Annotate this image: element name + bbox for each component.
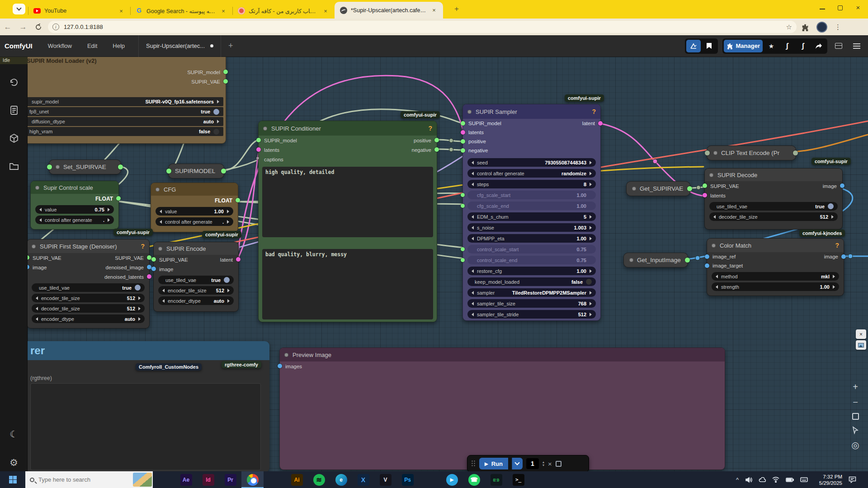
input-dot[interactable] [705, 150, 710, 155]
search-highlight-image[interactable] [133, 473, 152, 487]
widget-row[interactable]: EDM_s_churn 5 [467, 212, 596, 221]
decrement-arrow-icon[interactable] [716, 285, 718, 289]
comfyui-logo[interactable]: ComfyUI [5, 42, 33, 50]
tab-close-icon[interactable]: × [118, 8, 125, 14]
node-header[interactable]: SUPIR Encode [154, 242, 238, 255]
node-header[interactable]: Supir Control scale [31, 181, 118, 194]
decrement-arrow-icon[interactable] [472, 226, 474, 230]
help-icon[interactable]: ? [428, 125, 432, 132]
output-dot[interactable] [147, 255, 151, 260]
collapse-dot-icon[interactable] [32, 244, 36, 249]
decrement-arrow-icon[interactable] [472, 302, 474, 305]
widget-row[interactable]: cfg_scale_end 1.00 [467, 202, 596, 210]
decrement-arrow-icon[interactable] [36, 296, 38, 300]
input-dot[interactable] [278, 364, 282, 368]
taskbar-clock[interactable]: 7:32 PM 5/29/2025 [814, 474, 842, 486]
node-header[interactable]: Color Match ? [707, 239, 844, 252]
output-dot[interactable] [221, 169, 226, 174]
node-supir-conditioner[interactable]: SUPIR Conditioner ? SUPIR_model positive… [258, 121, 437, 322]
taskbar-app-icon[interactable]: Id [197, 471, 219, 488]
onedrive-icon[interactable] [759, 477, 766, 483]
node-graph-canvas[interactable]: SUPIR Model Loader (v2) SUPIR_model SUPI… [0, 0, 868, 488]
widget-row[interactable]: sampler TiledRestoreDPMPP2MSampler [467, 288, 596, 297]
panel-toggle-icon[interactable] [832, 40, 845, 52]
collapse-dot-icon[interactable] [284, 353, 288, 357]
taskbar-app-icon[interactable]: Ae [175, 471, 197, 488]
widget-row[interactable]: value 1.00 [156, 207, 233, 216]
reload-icon[interactable] [31, 23, 46, 31]
workflows-folder-icon[interactable] [0, 156, 28, 176]
decrement-arrow-icon[interactable] [162, 299, 165, 303]
favorites-icon[interactable]: ★ [764, 40, 778, 52]
increment-arrow-icon[interactable] [217, 120, 219, 123]
profile-avatar[interactable] [816, 22, 827, 33]
fetch-icon[interactable]: ʃ [796, 40, 810, 52]
tab-close-icon[interactable]: × [220, 8, 227, 14]
update-icon[interactable]: ʃ [780, 40, 794, 52]
menu-help[interactable]: Help [113, 42, 125, 49]
toggle-knob[interactable] [828, 203, 834, 209]
collapse-dot-icon[interactable] [712, 244, 716, 248]
output-dot[interactable] [687, 186, 692, 191]
zoom-in-icon[interactable]: + [850, 382, 861, 391]
keyboard-icon[interactable] [800, 477, 808, 482]
widget-row[interactable]: method mkl [712, 272, 839, 281]
widget-input-dot[interactable] [461, 247, 465, 251]
widget-row[interactable]: encoder_dtype auto [32, 314, 145, 323]
input-dot[interactable] [151, 267, 156, 271]
input-dot[interactable] [705, 254, 709, 259]
node-color-match[interactable]: Color Match ? image_ref image image_targ… [707, 238, 844, 296]
output-dot[interactable] [598, 121, 603, 126]
widget-row[interactable]: sampler_tile_stride 512 [467, 310, 596, 319]
bookmark-button[interactable] [702, 40, 717, 52]
widget-row[interactable]: fp8_unet true [24, 107, 223, 116]
output-dot[interactable] [236, 257, 241, 262]
taskbar-search[interactable] [25, 471, 153, 488]
increment-arrow-icon[interactable] [590, 215, 592, 219]
input-dot[interactable] [461, 121, 465, 126]
decrement-arrow-icon[interactable] [472, 215, 474, 219]
collapse-dot-icon[interactable] [709, 173, 713, 177]
widget-row[interactable]: seed 793055087448343 [467, 158, 596, 167]
toggle-knob[interactable] [135, 285, 141, 291]
node-header[interactable]: rer [0, 341, 269, 360]
output-dot[interactable] [236, 198, 240, 202]
collapse-dot-icon[interactable] [632, 187, 636, 191]
toggle-links-icon[interactable]: ◎ [850, 441, 861, 450]
increment-arrow-icon[interactable] [590, 269, 592, 273]
collapse-dot-icon[interactable] [35, 186, 39, 190]
negative-prompt-textarea[interactable]: bad quality, blurry, messy [262, 249, 433, 319]
node-supirmodel[interactable]: SUPIRMODEL [168, 164, 224, 178]
maximize-icon[interactable] [838, 5, 843, 10]
toggle-knob[interactable] [586, 279, 592, 285]
settings-gear-icon[interactable]: ⚙ [0, 453, 28, 473]
decrement-arrow-icon[interactable] [472, 269, 474, 273]
node-clip-text-encode[interactable]: CLIP Text Encode (Pr [707, 145, 796, 160]
node-header[interactable]: SUPIR First Stage (Denoiser) ? [27, 239, 149, 253]
run-button[interactable]: ▶ Run [479, 458, 508, 469]
collapse-dot-icon[interactable] [629, 258, 633, 262]
widget-row[interactable]: encoder_dtype auto [158, 296, 234, 305]
widget-row[interactable]: diffusion_dtype auto [24, 117, 223, 126]
widget-row[interactable]: decoder_tile_size 512 [709, 212, 838, 221]
widget-row[interactable]: strength 1.00 [712, 282, 839, 291]
node-header[interactable]: CFG [151, 183, 238, 196]
output-dot[interactable] [840, 183, 844, 188]
new-tab-button[interactable]: + [454, 5, 459, 14]
widget-row[interactable]: control after generate randomize [467, 169, 596, 178]
workflow-tab[interactable]: Supir-Upscaler(artec... [138, 35, 221, 57]
increment-arrow-icon[interactable] [227, 299, 230, 303]
decrement-arrow-icon[interactable] [713, 215, 716, 219]
increment-arrow-icon[interactable] [590, 291, 592, 295]
decrement-arrow-icon[interactable] [472, 313, 474, 316]
widget-row[interactable]: use_tiled_vae true [32, 283, 145, 292]
output-dot[interactable] [685, 258, 690, 263]
browser-tab[interactable]: حساب کاربری من - کافه آرتک × [232, 3, 335, 19]
menu-edit[interactable]: Edit [87, 42, 97, 49]
node-supir-decode[interactable]: SUPIR Decode SUPIR_VAE image latents [704, 168, 843, 230]
taskbar-app-icon[interactable]: V [374, 471, 396, 488]
increment-arrow-icon[interactable] [590, 237, 592, 240]
help-icon[interactable]: ? [592, 108, 596, 115]
collapse-dot-icon[interactable] [713, 151, 717, 155]
taskbar-app-icon[interactable] [419, 471, 441, 488]
